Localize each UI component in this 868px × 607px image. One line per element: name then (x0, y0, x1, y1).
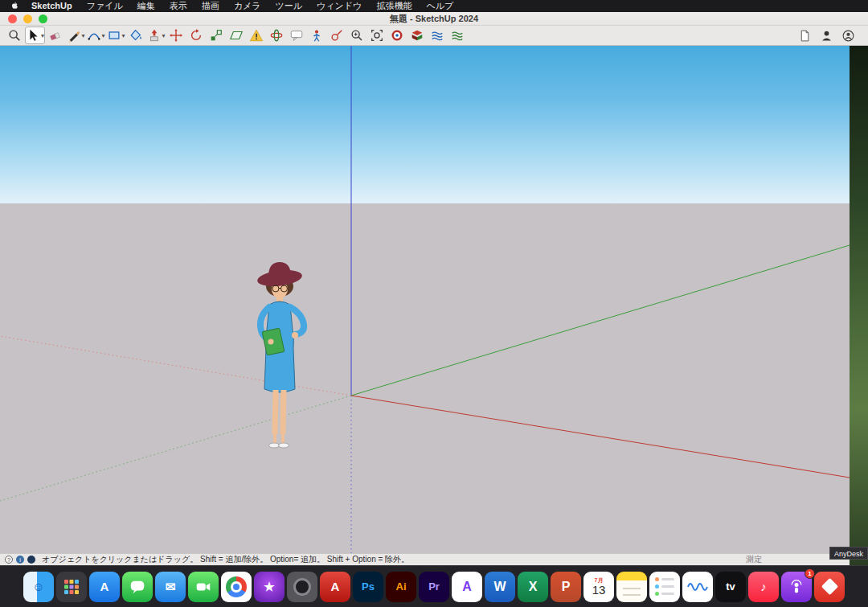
macos-dock: ☺ A ✉ ★ A Ps Ai Pr A W X P 7月 13 (0, 565, 868, 607)
apple-logo-icon (10, 1, 19, 11)
menu-view[interactable]: 表示 (162, 0, 194, 12)
app-store-icon: A (100, 580, 109, 593)
menu-extensions[interactable]: 拡張機能 (369, 0, 419, 12)
figure-shoes (269, 443, 280, 448)
dock-podcasts[interactable]: 1 (781, 572, 812, 602)
menu-help[interactable]: ヘルプ (419, 0, 461, 12)
tape-measure-tool-button[interactable] (327, 27, 346, 44)
sandbox-layers-icon (430, 28, 444, 43)
3d-warehouse-button[interactable] (407, 27, 427, 44)
extension-warehouse-button[interactable] (387, 27, 407, 44)
callout-tool-button[interactable] (287, 27, 306, 44)
figure-legs (275, 390, 276, 434)
dock-camera-app[interactable] (287, 572, 317, 602)
eraser-icon (48, 28, 63, 43)
excel-icon: X (529, 580, 538, 594)
window-titlebar[interactable]: 無題 - SketchUp 2024 (0, 12, 868, 26)
dock-facetime[interactable] (188, 572, 219, 602)
dock-excel[interactable]: X (518, 572, 548, 602)
search-icon (7, 28, 22, 43)
eraser-tool-button[interactable] (46, 27, 65, 44)
window-title: 無題 - SketchUp 2024 (0, 12, 868, 26)
document-icon (798, 29, 812, 43)
speech-bubble-icon (129, 578, 146, 596)
dock-imovie[interactable]: ★ (254, 572, 285, 602)
push-pull-icon (147, 28, 162, 43)
drawing-axes-overlay (0, 46, 850, 553)
dock-acrobat[interactable]: A (320, 572, 350, 602)
search-tool-button[interactable] (5, 27, 24, 44)
sandbox-tool-button[interactable] (428, 27, 447, 44)
menu-file[interactable]: ファイル (80, 0, 130, 12)
select-tool-button[interactable] (25, 27, 45, 44)
account-button[interactable] (841, 29, 855, 43)
soap-skin-tool-button[interactable] (448, 27, 467, 44)
paint-bucket-tool-button[interactable] (126, 27, 145, 44)
dock-apple-tv[interactable]: tv (715, 572, 746, 602)
chevron-down-icon (122, 32, 125, 39)
position-camera-icon (309, 28, 324, 43)
geolocation-icon[interactable] (27, 556, 35, 564)
menu-draw[interactable]: 描画 (194, 0, 227, 12)
finder-face-icon: ☺ (32, 580, 44, 593)
zoom-extents-tool-button[interactable] (367, 27, 387, 44)
red-axis-solid (351, 396, 850, 478)
dock-affinity[interactable]: A (452, 572, 482, 602)
dock-illustrator[interactable]: Ai (386, 572, 416, 602)
shape-tool-button[interactable] (106, 27, 125, 44)
dock-messages[interactable] (122, 572, 153, 602)
move-tool-button[interactable] (166, 27, 186, 44)
photoshop-icon: Ps (362, 580, 375, 593)
dock-calendar[interactable]: 7月 13 (583, 572, 614, 602)
push-pull-tool-button[interactable] (146, 27, 166, 44)
arc-tool-button[interactable] (86, 27, 105, 44)
zoom-extents-icon (370, 28, 384, 43)
menu-window[interactable]: ウィンドウ (309, 0, 369, 12)
orbit-icon (269, 28, 284, 43)
dock-premiere[interactable]: Pr (419, 572, 449, 602)
dock-launchpad[interactable] (56, 572, 87, 602)
measurement-label: 測定 (746, 554, 762, 565)
calendar-day: 13 (592, 584, 606, 597)
green-axis-solid (351, 245, 850, 396)
waveform-icon (687, 580, 708, 593)
dock-finder[interactable]: ☺ (23, 572, 54, 602)
menu-camera[interactable]: カメラ (227, 0, 268, 12)
help-icon[interactable]: ? (5, 556, 13, 564)
zoom-tool-button[interactable] (347, 27, 366, 44)
sign-in-button[interactable] (820, 29, 833, 43)
section-plane-icon (229, 28, 244, 43)
dock-music[interactable]: ♪ (748, 572, 779, 602)
dock-reminders[interactable] (649, 572, 680, 602)
orbit-tool-button[interactable] (267, 27, 286, 44)
menu-sketchup[interactable]: SketchUp (24, 0, 80, 12)
select-cursor-icon (26, 28, 40, 43)
chevron-down-icon (162, 32, 166, 39)
dock-app-store[interactable]: A (89, 572, 120, 602)
dock-powerpoint[interactable]: P (551, 572, 581, 602)
3d-viewport[interactable] (0, 46, 850, 553)
dock-chrome[interactable] (221, 572, 252, 602)
screen: SketchUp ファイル 編集 表示 描画 カメラ ツール ウィンドウ 拡張機… (0, 0, 868, 607)
rotate-tool-button[interactable] (186, 27, 206, 44)
warning-button[interactable] (247, 27, 266, 44)
dock-audio-app[interactable] (682, 572, 713, 602)
info-icon[interactable]: i (16, 556, 24, 564)
menu-tools[interactable]: ツール (268, 0, 310, 12)
position-camera-tool-button[interactable] (307, 27, 326, 44)
scale-tool-button[interactable] (207, 27, 226, 44)
line-tool-button[interactable] (66, 27, 85, 44)
dock-word[interactable]: W (485, 572, 515, 602)
dock-photoshop[interactable]: Ps (353, 572, 383, 602)
star-icon: ★ (264, 580, 274, 593)
status-hint-text: オブジェクトをクリックまたはドラッグ。 Shift = 追加/除外。 Optio… (42, 554, 409, 565)
dock-notes[interactable] (616, 572, 647, 602)
menu-edit[interactable]: 編集 (130, 0, 162, 12)
person-figure[interactable] (256, 262, 304, 448)
apple-menu[interactable] (5, 1, 24, 11)
section-plane-tool-button[interactable] (227, 27, 246, 44)
dock-mail[interactable]: ✉ (155, 572, 186, 602)
paint-bucket-icon (129, 28, 143, 43)
dock-anydesk[interactable] (814, 572, 845, 602)
new-document-button[interactable] (798, 29, 812, 43)
